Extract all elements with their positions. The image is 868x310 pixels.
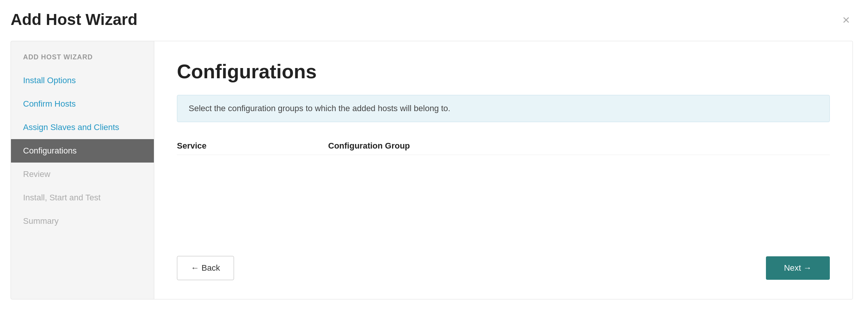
back-button[interactable]: ← Back bbox=[177, 256, 234, 280]
sidebar-item-confirm-hosts[interactable]: Confirm Hosts bbox=[11, 92, 154, 116]
configurations-title: Configurations bbox=[177, 60, 830, 83]
info-box: Select the configuration groups to which… bbox=[177, 95, 830, 122]
page-title: Add Host Wizard bbox=[11, 11, 138, 29]
sidebar-item-install-start-test: Install, Start and Test bbox=[11, 186, 154, 209]
sidebar-item-summary: Summary bbox=[11, 209, 154, 233]
main-panel: Configurations Select the configuration … bbox=[154, 41, 853, 299]
sidebar-item-configurations[interactable]: Configurations bbox=[11, 139, 154, 163]
close-button[interactable]: × bbox=[839, 13, 853, 26]
table-header: Service Configuration Group bbox=[177, 137, 830, 155]
sidebar: ADD HOST WIZARD Install Options Confirm … bbox=[11, 41, 154, 299]
column-header-config-group: Configuration Group bbox=[328, 141, 410, 151]
panel-footer: ← Back Next → bbox=[177, 245, 830, 280]
sidebar-item-review: Review bbox=[11, 163, 154, 186]
sidebar-section-label: ADD HOST WIZARD bbox=[11, 53, 154, 69]
sidebar-item-assign-slaves[interactable]: Assign Slaves and Clients bbox=[11, 116, 154, 139]
next-button[interactable]: Next → bbox=[766, 256, 830, 280]
column-header-service: Service bbox=[177, 141, 328, 151]
sidebar-item-install-options[interactable]: Install Options bbox=[11, 69, 154, 92]
